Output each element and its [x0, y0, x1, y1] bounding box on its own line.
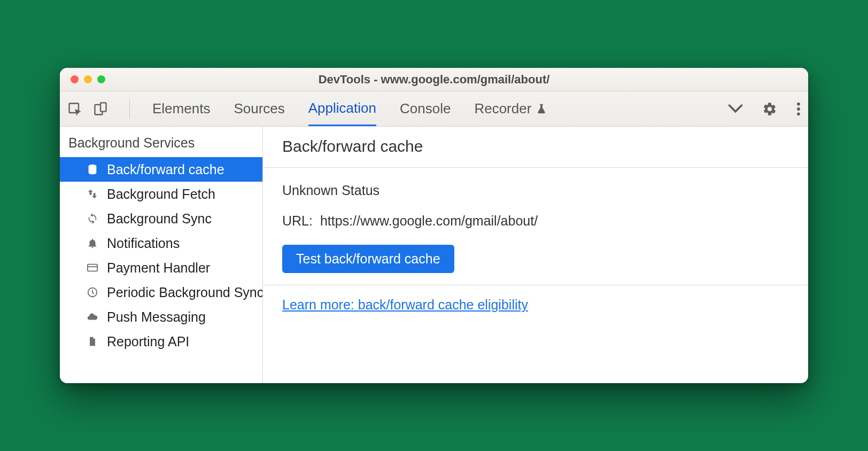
- sidebar-item-label: Back/forward cache: [107, 162, 224, 177]
- panel-heading: Back/forward cache: [263, 127, 808, 168]
- panel-tabs: Elements Sources Application Console Rec…: [142, 91, 547, 126]
- kebab-menu-icon[interactable]: [796, 102, 801, 116]
- sidebar-item-background-fetch[interactable]: Background Fetch: [60, 182, 262, 206]
- devtools-window: DevTools - www.google.com/gmail/about/ E…: [60, 68, 808, 383]
- sidebar-item-label: Payment Handler: [107, 260, 210, 276]
- sidebar-item-label: Background Sync: [107, 211, 212, 227]
- window-title: DevTools - www.google.com/gmail/about/: [60, 73, 808, 87]
- updown-icon: [86, 187, 99, 201]
- more-tabs-icon[interactable]: [728, 104, 743, 114]
- sidebar-item-reporting-api[interactable]: Reporting API: [60, 329, 262, 354]
- file-icon: [86, 335, 99, 348]
- bfcache-url-row: URL: https://www.google.com/gmail/about/: [282, 213, 789, 229]
- device-toolbar-icon[interactable]: [93, 102, 108, 116]
- close-window-button[interactable]: [71, 75, 79, 83]
- minimize-window-button[interactable]: [84, 75, 92, 83]
- tab-sources[interactable]: Sources: [234, 91, 284, 126]
- sidebar-item-label: Notifications: [107, 236, 180, 251]
- panel-body: Background Services Back/forward cache B…: [60, 127, 808, 383]
- tab-application[interactable]: Application: [308, 91, 376, 126]
- sidebar-item-payment-handler[interactable]: Payment Handler: [60, 255, 262, 280]
- traffic-lights: [60, 75, 105, 83]
- cloud-icon: [86, 310, 99, 324]
- maximize-window-button[interactable]: [97, 75, 105, 83]
- sidebar-item-back-forward-cache[interactable]: Back/forward cache: [60, 157, 262, 182]
- tab-elements[interactable]: Elements: [152, 91, 210, 126]
- tab-recorder[interactable]: Recorder: [474, 91, 547, 126]
- url-label: URL:: [282, 213, 313, 229]
- sidebar-item-label: Periodic Background Sync: [107, 285, 263, 300]
- svg-rect-2: [100, 103, 106, 111]
- window-titlebar: DevTools - www.google.com/gmail/about/: [60, 68, 808, 91]
- sidebar: Background Services Back/forward cache B…: [60, 127, 263, 383]
- card-icon: [86, 261, 99, 275]
- sidebar-item-push-messaging[interactable]: Push Messaging: [60, 305, 262, 329]
- flask-icon: [536, 103, 547, 115]
- sidebar-item-label: Reporting API: [107, 334, 189, 349]
- svg-rect-7: [88, 265, 97, 271]
- inspect-element-icon[interactable]: [67, 102, 82, 116]
- url-value: https://www.google.com/gmail/about/: [320, 213, 538, 229]
- sidebar-item-background-sync[interactable]: Background Sync: [60, 206, 262, 231]
- sync-icon: [86, 212, 99, 226]
- settings-icon[interactable]: [762, 102, 777, 116]
- sidebar-item-label: Push Messaging: [107, 309, 206, 325]
- svg-point-3: [797, 102, 800, 105]
- toolbar-divider: [129, 100, 130, 118]
- tab-label: Recorder: [474, 100, 531, 117]
- svg-point-4: [797, 107, 800, 111]
- svg-point-5: [797, 112, 800, 115]
- database-icon: [86, 162, 99, 176]
- content-panel: Back/forward cache Unknown Status URL: h…: [263, 127, 808, 383]
- devtools-toolbar: Elements Sources Application Console Rec…: [60, 91, 808, 127]
- bell-icon: [86, 236, 99, 250]
- test-bfcache-button[interactable]: Test back/forward cache: [282, 245, 454, 273]
- tab-console[interactable]: Console: [400, 91, 451, 126]
- sidebar-item-periodic-background-sync[interactable]: Periodic Background Sync: [60, 280, 262, 305]
- sidebar-section-header: Background Services: [60, 127, 262, 157]
- sidebar-item-label: Background Fetch: [107, 186, 215, 202]
- bfcache-status: Unknown Status: [282, 183, 789, 198]
- sidebar-item-notifications[interactable]: Notifications: [60, 231, 262, 255]
- learn-more-link[interactable]: Learn more: back/forward cache eligibili…: [282, 297, 528, 312]
- clock-icon: [86, 285, 99, 299]
